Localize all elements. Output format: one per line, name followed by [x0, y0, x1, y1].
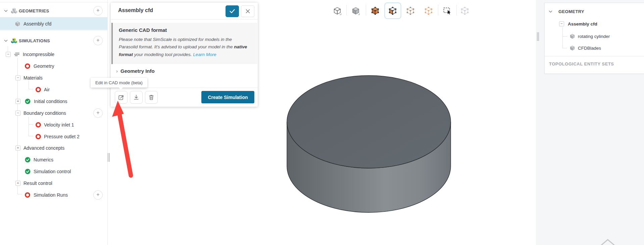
- tree-item-boundary-conditions[interactable]: −Boundary conditions+: [0, 107, 107, 119]
- toolbar-separator: [346, 5, 347, 15]
- collapse-toggle[interactable]: −: [559, 21, 564, 27]
- geometry-info-section-toggle[interactable]: › Geometry Info: [116, 68, 258, 74]
- tree-item-label: Incompressible: [23, 52, 54, 57]
- right-panel-scrollbar[interactable]: [537, 32, 538, 41]
- tree-item-advanced-concepts[interactable]: +Advanced concepts: [0, 142, 107, 154]
- divider: [0, 2, 108, 2]
- tree-item-label: Simulation Runs: [34, 192, 68, 198]
- add-simulations-button[interactable]: +: [93, 36, 103, 45]
- tree-section-simulations[interactable]: SIMULATIONS+: [0, 35, 107, 46]
- geometry-info-label: Geometry Info: [120, 68, 155, 74]
- collapse-toggle[interactable]: −: [6, 52, 11, 57]
- tree-item-label: Materials: [23, 75, 43, 81]
- tree-item-simulation-control[interactable]: Simulation control: [0, 166, 107, 177]
- cube-icon: [569, 45, 575, 51]
- select-assembly-icon[interactable]: [460, 6, 469, 15]
- divider: [0, 30, 107, 31]
- tree-item-label: CFDBlades: [578, 46, 601, 51]
- status-complete-icon: [25, 169, 31, 175]
- status-incomplete-icon: [36, 122, 41, 128]
- status-incomplete-icon: [25, 192, 30, 198]
- collapse-toggle[interactable]: −: [15, 76, 20, 81]
- tree-item-numerics[interactable]: Numerics: [0, 154, 107, 165]
- geometry-panel-header: Assembly cfd: [111, 3, 258, 19]
- view-wireframe-cube-icon[interactable]: [333, 6, 342, 15]
- tree-item-label: Numerics: [34, 157, 53, 162]
- expand-toggle[interactable]: +: [15, 181, 20, 186]
- cubes-gray-icon: [10, 7, 18, 14]
- notice-body: Please note that SimScale is optimized f…: [119, 36, 251, 58]
- chevron-right-icon: ›: [116, 68, 118, 74]
- simulation-tree-sidebar: GEOMETRIES+Assembly cfdSIMULATIONS+−Inco…: [0, 0, 108, 245]
- learn-more-link[interactable]: Learn More: [193, 52, 216, 57]
- confirm-button[interactable]: [226, 5, 239, 17]
- annotation-arrow: [107, 99, 144, 180]
- chevron-down-icon[interactable]: [4, 10, 8, 12]
- scene-tree-item-rotating-cylinder[interactable]: rotating cylinder: [545, 31, 644, 42]
- create-simulation-button[interactable]: Create Simulation: [201, 91, 254, 103]
- tree-item-label: Pressure outlet 2: [44, 134, 80, 139]
- tree-item-label: Initial conditions: [34, 99, 67, 104]
- delete-geometry-button[interactable]: [145, 91, 158, 104]
- select-edge-icon[interactable]: [406, 6, 415, 15]
- trash-icon: [148, 94, 155, 101]
- expand-toggle[interactable]: +: [15, 146, 20, 151]
- toolbar-separator: [366, 5, 366, 15]
- add-boundary-conditions-button[interactable]: +: [93, 108, 103, 118]
- tree-item-label: Simulation control: [34, 169, 71, 174]
- select-volume-icon[interactable]: [371, 6, 380, 15]
- notice-heading: Generic CAD format: [119, 27, 251, 33]
- box-select-icon[interactable]: [443, 6, 452, 15]
- panel-title: Assembly cfd: [118, 7, 153, 13]
- tree-item-geometry[interactable]: Geometry: [0, 60, 107, 72]
- tree-item-incompressible[interactable]: −Incompressible: [0, 49, 107, 60]
- chevron-up-icon[interactable]: [600, 238, 615, 245]
- flow-lines-icon: [13, 52, 20, 57]
- toolbar-separator: [456, 5, 457, 15]
- chevron-down-icon[interactable]: [4, 40, 8, 42]
- geometry-panel: Assembly cfd Generic CAD format Please n…: [111, 3, 258, 107]
- tree-item-label: Air: [44, 87, 50, 92]
- tooltip: Edit in CAD mode (beta): [91, 78, 147, 88]
- topological-entity-sets-label[interactable]: TOPOLOGICAL ENTITY SETS: [549, 61, 614, 66]
- tree-item-label: GEOMETRIES: [19, 8, 49, 13]
- tree-item-result-control[interactable]: +Result control: [0, 178, 107, 189]
- tree-item-label: Assembly cfd: [568, 21, 597, 27]
- section-label: GEOMETRY: [558, 9, 584, 14]
- tree-item-label: Velocity inlet 1: [44, 122, 74, 128]
- select-vertex-icon[interactable]: [424, 6, 433, 15]
- tree-item-label: SIMULATIONS: [19, 38, 50, 43]
- divider: [545, 56, 644, 56]
- cubes-color-icon: [10, 37, 18, 44]
- viewport-cylinder-model[interactable]: [279, 67, 460, 215]
- cad-format-notice: Generic CAD format Please note that SimS…: [111, 23, 257, 64]
- tree-item-label: Assembly cfd: [23, 21, 51, 27]
- collapse-toggle[interactable]: −: [15, 111, 20, 116]
- scene-tree-item-assembly-cfd[interactable]: −Assembly cfd: [545, 18, 644, 30]
- scene-tree-item-cfdblades[interactable]: CFDBlades: [545, 42, 644, 54]
- tree-item-label: Boundary conditions: [23, 110, 66, 116]
- tree-item-pressure-outlet-2[interactable]: Pressure outlet 2: [0, 131, 107, 142]
- status-incomplete-icon: [36, 134, 41, 139]
- status-incomplete-icon: [36, 87, 41, 92]
- tree-item-assembly-cfd[interactable]: Assembly cfd: [0, 17, 107, 30]
- tree-item-initial-conditions[interactable]: +Initial conditions: [0, 96, 107, 107]
- view-solid-cube-icon[interactable]: [351, 6, 360, 15]
- tree-item-simulation-runs[interactable]: Simulation Runs+: [0, 189, 107, 201]
- expand-toggle[interactable]: +: [15, 99, 20, 104]
- scene-tree-panel: GEOMETRY TOPOLOGICAL ENTITY SETS −Assemb…: [544, 3, 644, 74]
- add-simulation-runs-button[interactable]: +: [93, 190, 103, 200]
- check-icon: [230, 9, 235, 13]
- close-button[interactable]: [241, 5, 254, 17]
- tree-section-geometries[interactable]: GEOMETRIES+: [0, 5, 107, 16]
- status-incomplete-icon: [25, 63, 30, 69]
- select-face-icon[interactable]: [388, 6, 397, 15]
- tree-item-label: Result control: [23, 181, 52, 186]
- chevron-down-icon[interactable]: [549, 10, 552, 13]
- toolbar-separator: [438, 5, 438, 15]
- tree-section-geometry[interactable]: GEOMETRY: [545, 6, 644, 17]
- add-geometries-button[interactable]: +: [93, 6, 103, 15]
- app: GEOMETRIES+Assembly cfdSIMULATIONS+−Inco…: [0, 0, 644, 245]
- tree-item-velocity-inlet-1[interactable]: Velocity inlet 1: [0, 119, 107, 131]
- close-icon: [246, 9, 250, 13]
